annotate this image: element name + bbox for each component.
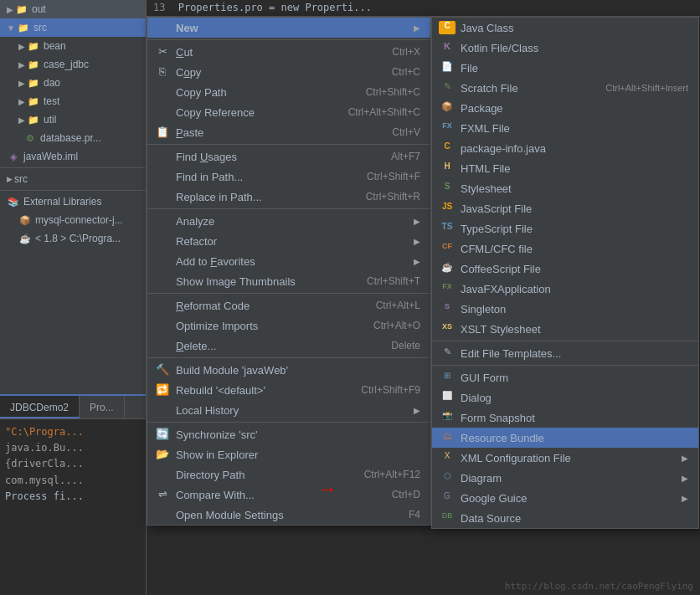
ctx-rebuild[interactable]: 🔁 Rebuild '<default>' Ctrl+Shift+F9	[147, 380, 430, 400]
sub-datasource[interactable]: DB Data Source	[432, 508, 698, 528]
ctx-localhistory[interactable]: Local History ▶	[147, 400, 430, 420]
ctx-copypath-label: Copy Path	[176, 86, 349, 99]
sub-typescript[interactable]: TS TypeScript File	[432, 218, 698, 239]
sub-xmlconfig[interactable]: X XML Configuration File ▶	[432, 448, 698, 468]
ctx-reformat[interactable]: Reformat Code Ctrl+Alt+L	[147, 295, 430, 315]
folder-icon: 📁	[15, 3, 28, 16]
sidebar-item-casejdbc[interactable]: ▶ 📁 case_jdbc	[0, 55, 146, 74]
sub-stylesheet-label: Stylesheet	[461, 182, 688, 195]
sidebar-item-out[interactable]: ▶ 📁 out	[0, 0, 146, 18]
ctx-copypath[interactable]: Copy Path Ctrl+Shift+C	[147, 82, 430, 102]
sidebar-item-jdk[interactable]: ☕ < 1.8 > C:\Progra...	[0, 229, 146, 248]
sidebar-item-extlibs[interactable]: 📚 External Libraries	[0, 192, 146, 211]
ctx-showthumbnails[interactable]: Show Image Thumbnails Ctrl+Shift+T	[147, 271, 430, 291]
sub-formsnapshot[interactable]: 📸 Form Snapshot	[432, 408, 698, 428]
ctx-directorypath[interactable]: Directory Path Ctrl+Alt+F12	[147, 464, 430, 485]
sub-dialog[interactable]: ⬜ Dialog	[432, 387, 698, 408]
sub-xslt[interactable]: XS XSLT Stylesheet	[432, 319, 698, 339]
ctx-refactor[interactable]: Refactor ▶	[147, 231, 430, 251]
ctx-new[interactable]: New ▶	[147, 18, 430, 38]
sidebar-label-database: database.pr...	[40, 132, 101, 144]
sub-kotlinclass[interactable]: K Kotlin File/Class	[432, 38, 698, 58]
folder-icon: 📁	[27, 95, 40, 108]
sidebar-item-dao[interactable]: ▶ 📁 dao	[0, 74, 146, 92]
ctx-analyze-label: Analyze	[176, 215, 414, 228]
ctx-copy[interactable]: ⎘ Copy Ctrl+C	[147, 62, 430, 82]
sidebar-item-src2[interactable]: ▶ src	[0, 170, 146, 188]
ctx-analyze[interactable]: Analyze ▶	[147, 211, 430, 231]
sidebar-label-src2: src	[14, 173, 28, 185]
ctx-findinpath[interactable]: Find in Path... Ctrl+Shift+F	[147, 167, 430, 187]
tab-jdbcdemo2[interactable]: JDBCDemo2	[0, 396, 80, 418]
sub-packageinfo[interactable]: C package-info.java	[432, 138, 698, 158]
sub-javaclass[interactable]: C Java Class	[432, 18, 698, 38]
ctx-findusages[interactable]: Find Usages Alt+F7	[147, 146, 430, 167]
sub-edittemplate[interactable]: ✎ Edit File Templates...	[432, 343, 698, 363]
sub-javafx[interactable]: FX JavaFXApplication	[432, 279, 698, 299]
tab-pro[interactable]: Pro...	[80, 396, 125, 418]
ctx-optimizeimports[interactable]: Optimize Imports Ctrl+Alt+O	[147, 315, 430, 336]
sub-package[interactable]: 📦 Package	[432, 98, 698, 118]
dialog-icon: ⬜	[439, 391, 456, 404]
sub-singleton[interactable]: S Singleton	[432, 299, 698, 319]
thumbnails-icon	[154, 274, 171, 288]
ctx-comparewith-label: Compare With...	[176, 489, 375, 501]
sub-html[interactable]: H HTML File	[432, 158, 698, 178]
sub-diagram-label: Diagram	[461, 472, 682, 485]
ctx-replaceinpath-label: Replace in Path...	[176, 191, 349, 203]
sub-googleguice[interactable]: G Google Guice ▶	[432, 488, 698, 508]
rb-icon: 🗂	[439, 431, 456, 444]
ctx-addtofavorites[interactable]: Add to Favorites ▶	[147, 251, 430, 271]
sub-guiform-label: GUI Form	[461, 372, 688, 384]
packageinfo-icon: C	[439, 141, 456, 155]
sub-javafx-label: JavaFXApplication	[461, 283, 688, 295]
sidebar-item-util[interactable]: ▶ 📁 util	[0, 110, 146, 129]
ctx-delete[interactable]: Delete... Delete	[147, 336, 430, 356]
divider	[147, 293, 430, 294]
code-line-1: "C:\Progra...	[5, 424, 141, 440]
fxml-icon: FX	[439, 121, 456, 135]
ctx-delete-label: Delete...	[176, 340, 374, 352]
sub-edittemplate-label: Edit File Templates...	[461, 347, 688, 360]
sidebar-item-bean[interactable]: ▶ 📁 bean	[0, 37, 146, 55]
sidebar-item-database[interactable]: ⚙ database.pr...	[0, 129, 146, 147]
sub-datasource-label: Data Source	[461, 512, 688, 525]
ctx-buildmodule[interactable]: 🔨 Build Module 'javaWeb'	[147, 360, 430, 380]
xslt-icon: XS	[439, 322, 456, 336]
sub-diagram[interactable]: ⬡ Diagram ▶	[432, 468, 698, 488]
sidebar-item-test[interactable]: ▶ 📁 test	[0, 92, 146, 110]
context-menu: New ▶ ✂ Cut Ctrl+X ⎘ Copy Ctrl+C Copy Pa…	[147, 17, 431, 526]
sub-file[interactable]: 📄 File	[432, 58, 698, 78]
ctx-cut[interactable]: ✂ Cut Ctrl+X	[147, 42, 430, 62]
dirpath-shortcut: Ctrl+Alt+F12	[364, 469, 420, 480]
ctx-replaceinpath[interactable]: Replace in Path... Ctrl+Shift+R	[147, 187, 430, 207]
sidebar-item-src[interactable]: ▼ 📁 src	[0, 18, 146, 37]
ctx-openmodulesettings[interactable]: Open Module Settings F4	[147, 505, 430, 525]
ctx-paste[interactable]: 📋 Paste Ctrl+V	[147, 122, 430, 142]
ctx-synchronize[interactable]: 🔄 Synchronize 'src'	[147, 424, 430, 444]
code-line-5: Process fi...	[5, 489, 141, 505]
ctx-showinexplorer[interactable]: 📂 Show in Explorer	[147, 444, 430, 464]
sidebar-item-javaweb[interactable]: ◈ javaWeb.iml	[0, 147, 146, 166]
code-line-3: {driverCla...	[5, 456, 141, 472]
sub-resourcebundle[interactable]: 🗂 Resource Bundle	[432, 428, 698, 448]
sub-googleguice-label: Google Guice	[461, 492, 682, 505]
jar-icon: 📦	[18, 213, 32, 227]
sub-fxml[interactable]: FX FXML File	[432, 118, 698, 138]
sidebar-item-mysql[interactable]: 📦 mysql-connector-j...	[0, 211, 146, 229]
sub-cfml[interactable]: CF CFML/CFC file	[432, 239, 698, 259]
sub-javascript[interactable]: JS JavaScript File	[432, 198, 698, 218]
xmlconfig-arrow: ▶	[682, 454, 688, 463]
ctx-copyref[interactable]: Copy Reference Ctrl+Alt+Shift+C	[147, 102, 430, 122]
sub-coffeescript[interactable]: ☕ CoffeeScript File	[432, 259, 698, 279]
sync-icon: 🔄	[154, 428, 171, 441]
sub-javaclass-label: Java Class	[461, 22, 688, 34]
sub-scratchfile-label: Scratch File	[461, 82, 605, 95]
sub-guiform[interactable]: ⊞ GUI Form	[432, 367, 698, 387]
sidebar-label-jdk: < 1.8 > C:\Progra...	[35, 233, 121, 244]
ctx-buildmodule-label: Build Module 'javaWeb'	[176, 364, 420, 377]
ctx-comparewith[interactable]: ⇌ Compare With... Ctrl+D	[147, 485, 430, 505]
formsnapshot-icon: 📸	[439, 411, 456, 424]
sub-scratchfile[interactable]: ✎ Scratch File Ctrl+Alt+Shift+Insert	[432, 78, 698, 98]
sub-stylesheet[interactable]: S Stylesheet	[432, 178, 698, 198]
